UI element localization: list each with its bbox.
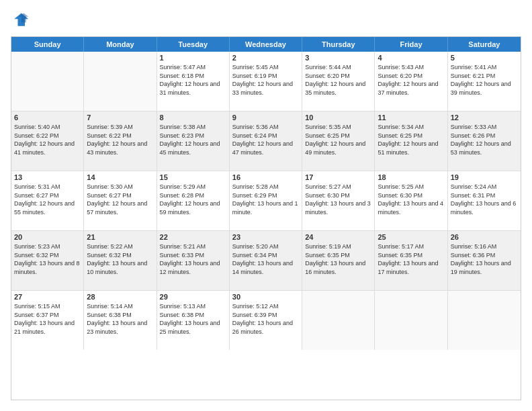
header — [11, 11, 521, 30]
cell-date: 27 — [14, 293, 81, 301]
cal-week-0: 1Sunrise: 5:47 AMSunset: 6:18 PMDaylight… — [11, 52, 521, 111]
cell-info: Sunrise: 5:36 AMSunset: 6:24 PMDaylight:… — [232, 123, 299, 156]
cell-date: 22 — [160, 233, 226, 241]
cell-date: 24 — [305, 233, 371, 241]
cal-cell-1-0: 6Sunrise: 5:40 AMSunset: 6:22 PMDaylight… — [11, 111, 84, 171]
cal-cell-3-1: 21Sunrise: 5:22 AMSunset: 6:32 PMDayligh… — [84, 231, 157, 290]
cal-cell-3-3: 23Sunrise: 5:20 AMSunset: 6:34 PMDayligh… — [230, 231, 302, 290]
cal-header-sunday: Sunday — [11, 37, 84, 52]
cell-info: Sunrise: 5:29 AMSunset: 6:28 PMDaylight:… — [160, 183, 226, 216]
cal-week-1: 6Sunrise: 5:40 AMSunset: 6:22 PMDaylight… — [11, 111, 521, 171]
cal-cell-1-6: 12Sunrise: 5:33 AMSunset: 6:26 PMDayligh… — [448, 111, 521, 171]
cell-info: Sunrise: 5:17 AMSunset: 6:35 PMDaylight:… — [378, 242, 444, 276]
cal-cell-4-0: 27Sunrise: 5:15 AMSunset: 6:37 PMDayligh… — [11, 291, 84, 350]
cell-info: Sunrise: 5:25 AMSunset: 6:30 PMDaylight:… — [378, 183, 444, 216]
cell-date: 13 — [14, 173, 81, 181]
cal-cell-2-3: 16Sunrise: 5:28 AMSunset: 6:29 PMDayligh… — [230, 171, 302, 230]
cell-date: 4 — [378, 54, 444, 62]
cell-info: Sunrise: 5:35 AMSunset: 6:25 PMDaylight:… — [305, 123, 371, 156]
cell-date: 3 — [305, 54, 371, 62]
cell-info: Sunrise: 5:15 AMSunset: 6:37 PMDaylight:… — [14, 302, 81, 336]
cell-info: Sunrise: 5:28 AMSunset: 6:29 PMDaylight:… — [232, 183, 299, 216]
cell-info: Sunrise: 5:23 AMSunset: 6:32 PMDaylight:… — [14, 242, 81, 276]
cal-cell-3-6: 26Sunrise: 5:16 AMSunset: 6:36 PMDayligh… — [448, 231, 521, 290]
cell-date: 23 — [232, 233, 299, 241]
cal-week-3: 20Sunrise: 5:23 AMSunset: 6:32 PMDayligh… — [11, 231, 521, 291]
calendar-body: 1Sunrise: 5:47 AMSunset: 6:18 PMDaylight… — [11, 52, 521, 350]
cal-cell-0-2: 1Sunrise: 5:47 AMSunset: 6:18 PMDaylight… — [157, 52, 230, 111]
cell-date: 21 — [87, 233, 153, 241]
cal-cell-2-6: 19Sunrise: 5:24 AMSunset: 6:31 PMDayligh… — [448, 171, 521, 230]
cell-date: 19 — [451, 173, 518, 181]
cal-cell-1-2: 8Sunrise: 5:38 AMSunset: 6:23 PMDaylight… — [157, 111, 230, 171]
calendar: SundayMondayTuesdayWednesdayThursdayFrid… — [11, 36, 521, 400]
cal-cell-0-3: 2Sunrise: 5:45 AMSunset: 6:19 PMDaylight… — [230, 52, 302, 111]
cell-date: 30 — [232, 293, 299, 301]
cal-cell-4-6 — [448, 291, 521, 350]
cell-info: Sunrise: 5:33 AMSunset: 6:26 PMDaylight:… — [451, 123, 518, 156]
cell-info: Sunrise: 5:27 AMSunset: 6:30 PMDaylight:… — [305, 183, 371, 216]
cell-date: 5 — [451, 54, 518, 62]
cell-date: 11 — [378, 113, 444, 122]
cell-date: 12 — [451, 113, 518, 122]
logo-icon — [11, 11, 30, 30]
cal-cell-1-3: 9Sunrise: 5:36 AMSunset: 6:24 PMDaylight… — [230, 111, 302, 171]
page: SundayMondayTuesdayWednesdayThursdayFrid… — [0, 0, 532, 411]
cal-header-saturday: Saturday — [448, 37, 521, 52]
cell-info: Sunrise: 5:14 AMSunset: 6:38 PMDaylight:… — [87, 302, 153, 336]
cell-info: Sunrise: 5:41 AMSunset: 6:21 PMDaylight:… — [451, 63, 518, 97]
cell-date: 17 — [305, 173, 371, 181]
cell-info: Sunrise: 5:40 AMSunset: 6:22 PMDaylight:… — [14, 123, 81, 156]
cal-cell-0-5: 4Sunrise: 5:43 AMSunset: 6:20 PMDaylight… — [375, 52, 447, 111]
cal-cell-4-4 — [302, 291, 375, 350]
cal-cell-2-5: 18Sunrise: 5:25 AMSunset: 6:30 PMDayligh… — [375, 171, 447, 230]
cell-date: 14 — [87, 173, 153, 181]
cell-info: Sunrise: 5:21 AMSunset: 6:33 PMDaylight:… — [160, 242, 226, 276]
cell-date: 18 — [378, 173, 444, 181]
cal-header-wednesday: Wednesday — [230, 37, 302, 52]
cell-info: Sunrise: 5:38 AMSunset: 6:23 PMDaylight:… — [160, 123, 226, 156]
cal-header-friday: Friday — [375, 37, 447, 52]
cell-date: 6 — [14, 113, 81, 122]
cell-info: Sunrise: 5:30 AMSunset: 6:27 PMDaylight:… — [87, 183, 153, 216]
cell-info: Sunrise: 5:44 AMSunset: 6:20 PMDaylight:… — [305, 63, 371, 97]
cell-date: 28 — [87, 293, 153, 301]
cell-info: Sunrise: 5:16 AMSunset: 6:36 PMDaylight:… — [451, 242, 518, 276]
cell-info: Sunrise: 5:13 AMSunset: 6:38 PMDaylight:… — [160, 302, 226, 336]
cell-info: Sunrise: 5:22 AMSunset: 6:32 PMDaylight:… — [87, 242, 153, 276]
cal-cell-0-4: 3Sunrise: 5:44 AMSunset: 6:20 PMDaylight… — [302, 52, 375, 111]
cell-info: Sunrise: 5:12 AMSunset: 6:39 PMDaylight:… — [232, 302, 299, 336]
cal-cell-3-4: 24Sunrise: 5:19 AMSunset: 6:35 PMDayligh… — [302, 231, 375, 290]
cal-week-4: 27Sunrise: 5:15 AMSunset: 6:37 PMDayligh… — [11, 291, 521, 350]
cell-date: 7 — [87, 113, 153, 122]
cal-cell-0-1 — [84, 52, 157, 111]
cell-info: Sunrise: 5:20 AMSunset: 6:34 PMDaylight:… — [232, 242, 299, 276]
cal-cell-4-1: 28Sunrise: 5:14 AMSunset: 6:38 PMDayligh… — [84, 291, 157, 350]
cell-info: Sunrise: 5:45 AMSunset: 6:19 PMDaylight:… — [232, 63, 299, 97]
cell-date: 10 — [305, 113, 371, 122]
cell-date: 8 — [160, 113, 226, 122]
cell-info: Sunrise: 5:31 AMSunset: 6:27 PMDaylight:… — [14, 183, 81, 216]
logo — [11, 11, 32, 30]
cell-date: 1 — [160, 54, 226, 62]
cal-cell-2-0: 13Sunrise: 5:31 AMSunset: 6:27 PMDayligh… — [11, 171, 84, 230]
cal-cell-3-2: 22Sunrise: 5:21 AMSunset: 6:33 PMDayligh… — [157, 231, 230, 290]
cell-date: 2 — [232, 54, 299, 62]
cell-date: 25 — [378, 233, 444, 241]
cal-cell-3-5: 25Sunrise: 5:17 AMSunset: 6:35 PMDayligh… — [375, 231, 447, 290]
cal-cell-2-4: 17Sunrise: 5:27 AMSunset: 6:30 PMDayligh… — [302, 171, 375, 230]
cell-info: Sunrise: 5:34 AMSunset: 6:25 PMDaylight:… — [378, 123, 444, 156]
cell-info: Sunrise: 5:19 AMSunset: 6:35 PMDaylight:… — [305, 242, 371, 276]
cell-info: Sunrise: 5:47 AMSunset: 6:18 PMDaylight:… — [160, 63, 226, 97]
cell-info: Sunrise: 5:39 AMSunset: 6:22 PMDaylight:… — [87, 123, 153, 156]
cal-header-monday: Monday — [84, 37, 157, 52]
cal-header-tuesday: Tuesday — [157, 37, 230, 52]
cal-cell-4-5 — [375, 291, 447, 350]
cal-cell-4-3: 30Sunrise: 5:12 AMSunset: 6:39 PMDayligh… — [230, 291, 302, 350]
cell-date: 26 — [451, 233, 518, 241]
cell-date: 15 — [160, 173, 226, 181]
cal-header-thursday: Thursday — [302, 37, 375, 52]
cal-cell-4-2: 29Sunrise: 5:13 AMSunset: 6:38 PMDayligh… — [157, 291, 230, 350]
cell-info: Sunrise: 5:43 AMSunset: 6:20 PMDaylight:… — [378, 63, 444, 97]
cal-cell-1-4: 10Sunrise: 5:35 AMSunset: 6:25 PMDayligh… — [302, 111, 375, 171]
